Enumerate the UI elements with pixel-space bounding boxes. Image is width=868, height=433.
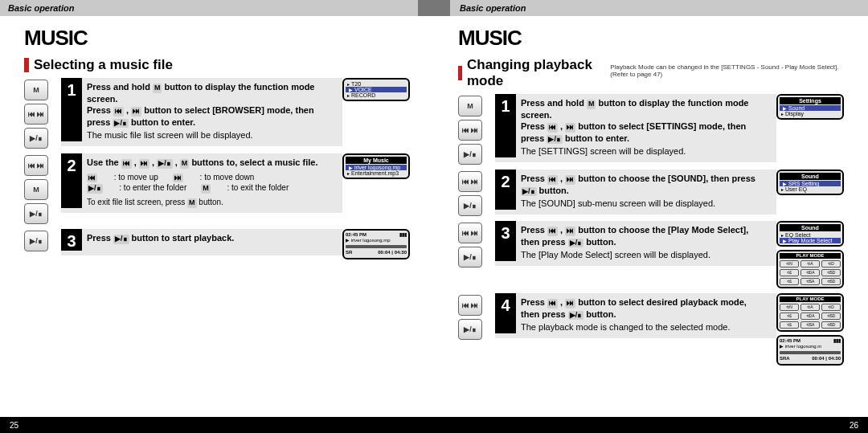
- playmode-option: ⟲D: [821, 304, 841, 311]
- page-footer: 26: [434, 417, 868, 433]
- step-text: Use the ⏮ , ⏭ , ▶/∎ , M buttons to, sele…: [87, 153, 336, 208]
- playmode-option: ⟲A: [800, 304, 820, 311]
- hardware-button: M: [24, 80, 48, 100]
- page-number: 25: [10, 421, 18, 430]
- button-column: ⏮ ⏭▶/∎: [458, 170, 495, 216]
- section-note: Playback Mode can be changed in the [SET…: [610, 64, 844, 79]
- step-number: 1: [495, 94, 516, 157]
- section-title: Selecting a music file: [34, 57, 173, 73]
- playmode-option: ⟲SD: [821, 321, 841, 329]
- step-number: 2: [495, 170, 516, 210]
- step-text: Press and hold M button to display the f…: [87, 78, 336, 141]
- hardware-button: ⏮ ⏭: [458, 223, 482, 243]
- button-column: M⏮ ⏭▶/∎: [458, 94, 495, 165]
- lcd-item: ▸RECORD: [344, 92, 408, 98]
- device-screen: My Music▶iriver logosong.mp▸Entertainmen…: [342, 153, 410, 179]
- playmode-option: ⟲A: [800, 260, 820, 268]
- playmode-option: ⟲SA: [800, 278, 820, 285]
- step-body: 4Press ⏮ , ⏭ button to select desired pl…: [495, 293, 776, 338]
- step-body: 2Press ⏮ , ⏭ button to choose the [SOUND…: [495, 170, 776, 214]
- instruction-step: ⏮ ⏭▶/∎3Press ⏮ , ⏭ button to choose the …: [458, 221, 844, 288]
- playmode-option: ⟲SD: [821, 312, 841, 320]
- button-column: ⏮ ⏭▶/∎: [458, 221, 495, 268]
- device-screen: Sound▶SRS Setting▸User EQ: [776, 170, 844, 195]
- inline-button-icon: ⏭: [139, 159, 149, 169]
- inline-button-icon: ⏮: [547, 175, 558, 185]
- key-legend: ⏮ : to move up⏭ : to move down▶/∎ : to e…: [87, 172, 333, 194]
- button-column: ▶/∎: [24, 229, 61, 251]
- hardware-button: ⏮ ⏭: [24, 155, 48, 176]
- inline-button-icon: ▶/∎: [113, 235, 129, 244]
- hardware-button: ▶/∎: [458, 195, 482, 216]
- inline-button-icon: ⏮: [547, 123, 558, 133]
- section-accent: [24, 58, 29, 72]
- hardware-button: ⏮ ⏭: [24, 104, 48, 125]
- inline-button-icon: ⏮: [547, 299, 558, 308]
- playmode-option: ⟲1: [780, 278, 799, 285]
- page-number: 26: [850, 421, 858, 430]
- screen-column: ▸T20▶VOICE▸RECORD: [342, 78, 410, 101]
- lcd-title: Sound: [780, 173, 841, 180]
- device-screen: Settings▶Sound▸Display: [776, 94, 844, 120]
- hardware-button: ⏮ ⏭: [458, 171, 482, 192]
- inline-button-icon: ⏭: [565, 227, 575, 236]
- manual-page-right: Basic operation MUSIC Changing playback …: [434, 0, 868, 433]
- screen-column: My Music▶iriver logosong.mp▸Entertainmen…: [342, 153, 410, 179]
- manual-page-left: Basic operation MUSIC Selecting a music …: [0, 0, 434, 433]
- section-accent: [458, 66, 462, 80]
- device-screen: Sound▸EQ Select▶Play Mode Select: [776, 221, 844, 247]
- chapter-label: Basic operation: [8, 3, 75, 13]
- playmode-option: ⟲1: [780, 312, 799, 320]
- lcd-item: ▸Display: [778, 111, 842, 116]
- step-body: 3Press ⏮ , ⏭ button to choose the [Play …: [495, 221, 776, 266]
- instruction-step: ⏮ ⏭▶/∎2Press ⏮ , ⏭ button to choose the …: [458, 170, 844, 216]
- inline-button-icon: ▶/∎: [568, 311, 584, 321]
- lcd-title: Settings: [780, 97, 841, 104]
- screen-column: Sound▶SRS Setting▸User EQ: [776, 170, 844, 195]
- hardware-button: M: [24, 179, 48, 200]
- step-number: 4: [495, 293, 516, 333]
- playmode-option: ⟲N: [780, 260, 799, 268]
- lcd-item: ▶Play Mode Select: [780, 238, 841, 243]
- step-body: 1Press and hold M button to display the …: [495, 94, 776, 162]
- instruction-step: ⏮ ⏭▶/∎4Press ⏮ , ⏭ button to select desi…: [458, 293, 844, 366]
- lcd-item: ▸User EQ: [778, 186, 842, 192]
- playmode-option: ⟲SA: [800, 321, 820, 329]
- chapter-bar: Basic operation: [0, 0, 434, 16]
- step-number: 2: [61, 153, 82, 208]
- now-playing-screen: 02:45 PM▮▮▮▶ iriver logosong.mpSR00:04 |…: [342, 229, 410, 259]
- playmode-option: ⟲SD: [821, 269, 841, 276]
- chapter-marker: [418, 0, 434, 16]
- inline-button-icon: ⏮: [121, 159, 132, 169]
- page-title: MUSIC: [24, 26, 410, 51]
- lcd-item: ▸EQ Select: [778, 232, 842, 238]
- lcd-item: ▸Entertainment.mp3: [344, 170, 408, 176]
- step-body: 1Press and hold M button to display the …: [61, 78, 342, 146]
- hardware-button: M: [458, 96, 482, 116]
- device-screen: ▸T20▶VOICE▸RECORD: [342, 78, 410, 101]
- inline-button-icon: ⏭: [565, 123, 575, 133]
- lcd-item: ▸T20: [344, 81, 408, 87]
- inline-button-icon: ⏭: [565, 299, 575, 308]
- hardware-button: ▶/∎: [24, 203, 48, 224]
- hardware-button: ▶/∎: [24, 231, 48, 251]
- playmode-option: ⟲N: [780, 304, 799, 311]
- playmode-option: ⟲1: [780, 269, 799, 276]
- hardware-button: ⏮ ⏭: [458, 295, 482, 316]
- playmode-option: ⟲1: [780, 321, 799, 329]
- inline-button-icon: M: [187, 198, 197, 208]
- hardware-button: ⏮ ⏭: [458, 120, 482, 141]
- inline-button-icon: ▶/∎: [87, 184, 103, 194]
- inline-button-icon: ⏮: [87, 174, 97, 183]
- instruction-step: M⏮ ⏭▶/∎1Press and hold M button to displ…: [458, 94, 844, 165]
- button-column: ⏮ ⏭▶/∎: [458, 293, 495, 340]
- inline-button-icon: M: [180, 159, 190, 169]
- inline-button-icon: ⏮: [113, 107, 124, 116]
- step-text: Press ⏮ , ⏭ button to select desired pla…: [521, 293, 770, 333]
- instruction-step: M⏮ ⏭▶/∎1Press and hold M button to displ…: [24, 78, 410, 149]
- step-description: The playback mode is changed to the sele…: [521, 321, 767, 333]
- step-body: 3Press ▶/∎ button to start playback.: [61, 229, 342, 255]
- now-playing-screen: 02:45 PM▮▮▮▶ iriver logosong.mSRA00:04 |…: [776, 335, 844, 366]
- step-text: Press ⏮ , ⏭ button to choose the [Play M…: [521, 221, 770, 261]
- step-number: 1: [61, 78, 82, 141]
